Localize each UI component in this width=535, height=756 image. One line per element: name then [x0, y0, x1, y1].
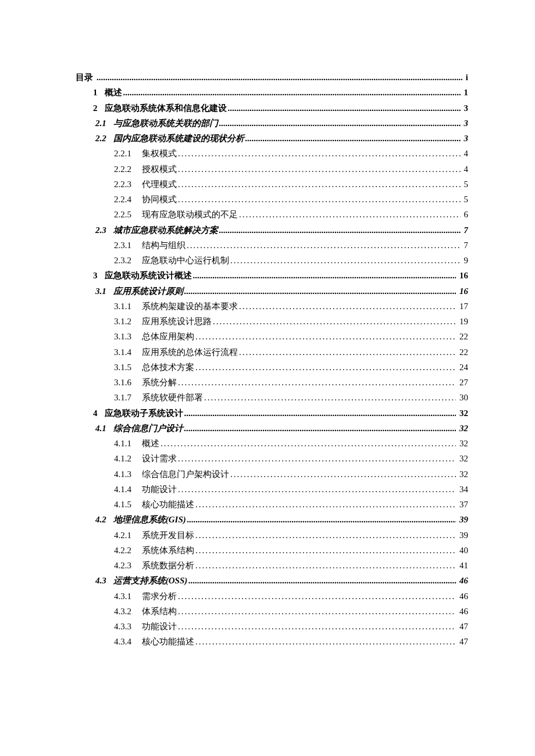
toc-entry-number: 2.3: [95, 223, 113, 238]
toc-leader-dots: ........................................…: [195, 634, 456, 649]
toc-leader-dots: ........................................…: [178, 451, 456, 466]
table-of-contents: 目录......................................…: [76, 70, 468, 650]
toc-entry-number: 3.1.2: [114, 314, 142, 329]
toc-entry-page: 1: [462, 85, 469, 100]
toc-entry: 4.1综合信息门户设计.............................…: [95, 421, 468, 436]
toc-entry: 3应急联动系统设计概述.............................…: [93, 268, 468, 283]
toc-entry-page: 34: [457, 482, 468, 497]
toc-entry-number: 3: [93, 268, 105, 283]
toc-entry-number: 3.1.4: [114, 345, 142, 360]
toc-leader-dots: ........................................…: [97, 70, 462, 85]
toc-entry-page: 4: [462, 146, 469, 161]
toc-entry-page: 40: [457, 543, 468, 558]
toc-entry: 4.2地理信息系统(GIS)..........................…: [95, 512, 468, 527]
toc-entry-page: 32: [457, 467, 468, 482]
toc-entry-title: 功能设计: [142, 482, 177, 497]
toc-entry: 4.1.4功能设计...............................…: [114, 482, 468, 497]
toc-entry-number: 4.1.2: [114, 451, 142, 466]
toc-entry-page: 4: [462, 162, 469, 177]
toc-entry-number: 4.1.1: [114, 436, 142, 451]
toc-entry-page: 5: [462, 177, 469, 192]
toc-entry-title: 核心功能描述: [142, 497, 194, 512]
toc-entry-title: 应急联动系统设计概述: [105, 268, 192, 283]
toc-entry-page: 24: [457, 360, 468, 375]
toc-entry-page: 41: [457, 558, 468, 573]
toc-entry: 3.1应用系统设计原则.............................…: [95, 284, 468, 299]
toc-entry-number: 2.3.2: [114, 253, 142, 268]
toc-entry-number: 2: [93, 101, 105, 116]
toc-entry: 4.3.1需求分析...............................…: [114, 589, 468, 604]
toc-entry-page: 7: [462, 223, 469, 238]
toc-entry-number: 4.3.4: [114, 634, 142, 649]
toc-entry-page: 9: [462, 253, 469, 268]
toc-entry-title: 设计需求: [142, 451, 177, 466]
toc-leader-dots: ........................................…: [160, 436, 456, 451]
toc-entry-number: 2.1: [95, 116, 113, 131]
toc-entry-title: 综合信息门户架构设计: [142, 467, 229, 482]
toc-leader-dots: ........................................…: [230, 253, 461, 268]
toc-entry-page: 7: [462, 238, 469, 253]
toc-entry-page: 22: [457, 345, 468, 360]
toc-entry: 2.2.1集权模式...............................…: [114, 146, 468, 161]
toc-leader-dots: ........................................…: [239, 299, 456, 314]
toc-entry-page: 46: [457, 573, 468, 588]
toc-entry-page: 47: [457, 634, 468, 649]
toc-entry-number: 4.1.4: [114, 482, 142, 497]
toc-entry-page: 5: [462, 192, 469, 207]
toc-entry: 4.2.3系统数据分析.............................…: [114, 558, 468, 573]
toc-leader-dots: ........................................…: [123, 85, 461, 100]
toc-entry-number: 2.2.5: [114, 207, 142, 222]
toc-leader-dots: ........................................…: [195, 360, 456, 375]
toc-entry-title: 地理信息系统(GIS): [113, 512, 186, 527]
toc-entry: 2.2.5现有应急联动模式的不足........................…: [114, 207, 468, 222]
toc-entry-number: 3.1.3: [114, 329, 142, 344]
toc-entry-page: 32: [457, 436, 468, 451]
toc-entry: 3.1.5总体技术方案.............................…: [114, 360, 468, 375]
toc-entry: 2.2.3代理模式...............................…: [114, 177, 468, 192]
toc-entry-number: 2.2.4: [114, 192, 142, 207]
toc-entry-number: 2.2.3: [114, 177, 142, 192]
toc-entry-page: 27: [457, 375, 468, 390]
toc-entry-number: 3.1: [95, 284, 113, 299]
toc-entry-number: 4: [93, 406, 105, 421]
toc-entry-title: 综合信息门户设计: [113, 421, 183, 436]
toc-entry-title: 与应急联动系统关联的部门: [113, 116, 218, 131]
toc-entry: 4.3.4核心功能描述.............................…: [114, 634, 468, 649]
toc-entry: 4应急联动子系统设计..............................…: [93, 406, 468, 421]
toc-entry-title: 概述: [142, 436, 159, 451]
toc-entry: 4.3运营支持系统(OSS)..........................…: [95, 573, 468, 588]
toc-leader-dots: ........................................…: [178, 192, 461, 207]
toc-entry: 3.1.7系统软硬件部署............................…: [114, 390, 468, 405]
toc-leader-dots: ........................................…: [178, 177, 461, 192]
toc-leader-dots: ........................................…: [195, 558, 456, 573]
toc-entry-number: 4.2.3: [114, 558, 142, 573]
toc-entry-page: 3: [462, 101, 469, 116]
toc-entry-page: 32: [457, 421, 468, 436]
toc-entry: 目录......................................…: [76, 70, 468, 85]
toc-entry-page: 3: [462, 131, 469, 146]
toc-entry-page: 30: [457, 390, 468, 405]
toc-entry-page: 32: [457, 451, 468, 466]
toc-entry-title: 应急联动系统体系和信息化建设: [105, 101, 227, 116]
toc-leader-dots: ........................................…: [193, 268, 456, 283]
toc-entry-number: 4.2.2: [114, 543, 142, 558]
toc-entry-page: 6: [462, 207, 469, 222]
toc-entry: 4.2.2系统体系结构.............................…: [114, 543, 468, 558]
toc-entry-title: 应急联动子系统设计: [105, 406, 183, 421]
toc-entry-number: 4.2.1: [114, 528, 142, 543]
toc-entry-number: 4.2: [95, 512, 113, 527]
toc-entry: 3.1.2应用系统设计思路...........................…: [114, 314, 468, 329]
toc-leader-dots: ........................................…: [228, 101, 461, 116]
toc-entry-title: 应用系统设计原则: [113, 284, 183, 299]
toc-entry-number: 1: [93, 85, 105, 100]
toc-entry: 3.1.1系统构架建设的基本要求........................…: [114, 299, 468, 314]
toc-entry: 1概述.....................................…: [93, 85, 468, 100]
toc-entry: 2.3.1结构与组织..............................…: [114, 238, 468, 253]
toc-leader-dots: ........................................…: [178, 375, 456, 390]
toc-leader-dots: ........................................…: [178, 482, 456, 497]
toc-entry: 4.1.3综合信息门户架构设计.........................…: [114, 467, 468, 482]
toc-entry-number: 2.3.1: [114, 238, 142, 253]
toc-entry-page: 47: [457, 619, 468, 634]
toc-leader-dots: ........................................…: [178, 162, 461, 177]
toc-leader-dots: ........................................…: [178, 619, 456, 634]
